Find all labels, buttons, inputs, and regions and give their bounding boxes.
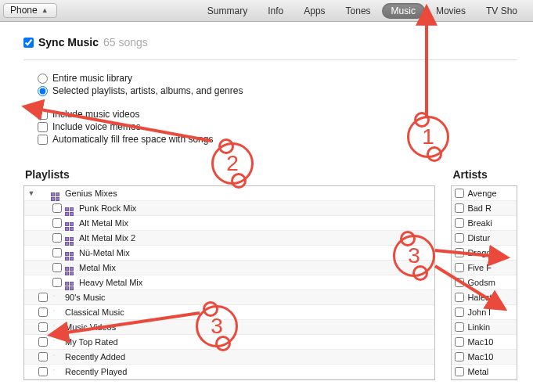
playlist-checkbox[interactable] [52, 218, 62, 228]
playlist-checkbox[interactable] [52, 233, 62, 243]
playlist-label: Heavy Metal Mix [79, 278, 142, 287]
tab-summary[interactable]: Summary [198, 3, 257, 19]
playlist-label: Recently Added [65, 352, 125, 361]
artist-checkbox[interactable] [455, 218, 464, 228]
artist-checkbox[interactable] [455, 322, 464, 332]
tab-tvshows[interactable]: TV Sho [477, 3, 527, 19]
artist-row[interactable]: Five F [452, 261, 517, 275]
playlist-row[interactable]: My Top Rated [24, 335, 434, 350]
device-selector[interactable]: Phone ▲ [3, 3, 57, 18]
playlist-row[interactable]: Recently Played [24, 365, 434, 379]
artist-row[interactable]: Drago [452, 246, 517, 261]
artist-checkbox[interactable] [455, 263, 464, 272]
artist-checkbox[interactable] [455, 233, 464, 243]
artist-row[interactable]: Distur [452, 231, 517, 246]
tab-tones[interactable]: Tones [337, 3, 380, 19]
artists-title: Artists [452, 168, 517, 181]
check-autofill-input[interactable] [38, 135, 48, 145]
playlist-checkbox[interactable] [38, 307, 48, 317]
playlist-row[interactable]: Alt Metal Mix 2 [24, 231, 434, 246]
playlists-listbox[interactable]: ▼Genius MixesPunk Rock MixAlt Metal MixA… [23, 185, 435, 380]
playlist-row[interactable]: ▼Genius Mixes [24, 186, 434, 201]
artist-row[interactable]: Metal [452, 365, 517, 379]
playlist-checkbox[interactable] [38, 367, 48, 376]
sync-music-title: Sync Music [38, 36, 99, 49]
check-include-voice-input[interactable] [38, 122, 48, 132]
genius-mix-icon [65, 203, 76, 213]
sync-music-checkbox[interactable] [23, 38, 34, 48]
artist-checkbox[interactable] [455, 352, 464, 361]
smart-playlist-gear-icon [51, 307, 62, 317]
playlist-checkbox[interactable] [38, 337, 48, 347]
artist-row[interactable]: Halest [452, 290, 517, 305]
playlist-row[interactable]: Music Videos [24, 320, 434, 335]
smart-playlist-gear-icon [51, 337, 62, 347]
playlist-row[interactable]: Classical Music [24, 305, 434, 320]
tab-music[interactable]: Music [382, 3, 425, 19]
artist-checkbox[interactable] [455, 307, 464, 317]
radio-selected-input[interactable] [38, 86, 48, 96]
playlist-checkbox[interactable] [52, 278, 62, 287]
smart-playlist-gear-icon [51, 367, 62, 376]
tab-movies[interactable]: Movies [427, 3, 475, 19]
playlist-label: Alt Metal Mix [79, 218, 128, 228]
playlist-checkbox[interactable] [38, 322, 48, 332]
playlist-row[interactable]: Metal Mix [24, 261, 434, 275]
playlist-label: 90's Music [65, 293, 106, 302]
radio-entire-label: Entire music library [52, 73, 132, 84]
artist-row[interactable]: Godsm [452, 275, 517, 290]
artist-row[interactable]: Linkin [452, 320, 517, 335]
artist-row[interactable]: Breaki [452, 216, 517, 231]
top-toolbar: Phone ▲ Summary Info Apps Tones Music Mo… [0, 0, 533, 22]
check-include-voice[interactable]: Include voice memos [38, 121, 517, 132]
artist-checkbox[interactable] [455, 293, 464, 302]
playlists-title: Playlists [25, 168, 435, 181]
genius-mix-icon [65, 218, 76, 228]
genius-mix-icon [65, 248, 76, 257]
artist-checkbox[interactable] [455, 337, 464, 347]
playlists-section: Playlists ▼Genius MixesPunk Rock MixAlt … [23, 168, 435, 380]
disclosure-icon[interactable]: ▼ [27, 189, 35, 197]
tab-info[interactable]: Info [258, 3, 293, 19]
artist-checkbox[interactable] [455, 189, 464, 198]
artist-checkbox[interactable] [455, 248, 464, 257]
artist-row[interactable]: Bad R [452, 201, 517, 216]
artists-listbox[interactable]: AvengeBad RBreakiDisturDragoFive FGodsmH… [451, 185, 517, 380]
check-include-videos-input[interactable] [38, 110, 48, 120]
playlist-label: Music Videos [65, 322, 116, 332]
radio-selected-playlists[interactable]: Selected playlists, artists, albums, and… [38, 85, 517, 96]
genius-mix-icon [65, 278, 76, 287]
playlist-checkbox[interactable] [38, 293, 48, 302]
artist-row[interactable]: Mac10 [452, 335, 517, 350]
playlist-row[interactable]: Punk Rock Mix [24, 201, 434, 216]
artist-row[interactable]: John l [452, 305, 517, 320]
artist-checkbox[interactable] [455, 367, 464, 376]
playlist-label: Alt Metal Mix 2 [79, 233, 135, 243]
radio-entire-input[interactable] [38, 74, 48, 84]
song-count: 65 songs [103, 36, 148, 49]
check-autofill[interactable]: Automatically fill free space with songs [38, 134, 517, 145]
playlist-checkbox[interactable] [52, 203, 62, 213]
playlist-label: Recently Played [65, 367, 128, 376]
playlist-checkbox[interactable] [52, 263, 62, 272]
playlist-row[interactable]: 90's Music [24, 290, 434, 305]
playlist-row[interactable]: Recently Added [24, 350, 434, 365]
check-include-videos[interactable]: Include music videos [38, 109, 517, 120]
artist-checkbox[interactable] [455, 203, 464, 213]
artist-row[interactable]: Avenge [452, 186, 517, 201]
check-autofill-label: Automatically fill free space with songs [52, 134, 213, 145]
playlist-row[interactable]: Nü-Metal Mix [24, 246, 434, 261]
tab-apps[interactable]: Apps [294, 3, 334, 19]
playlist-checkbox[interactable] [38, 352, 48, 361]
tab-bar: Summary Info Apps Tones Music Movies TV … [198, 3, 527, 19]
radio-entire-library[interactable]: Entire music library [38, 73, 517, 84]
playlist-row[interactable]: Heavy Metal Mix [24, 275, 434, 290]
playlist-label: Punk Rock Mix [79, 203, 136, 213]
check-videos-label: Include music videos [52, 109, 139, 120]
playlist-checkbox[interactable] [52, 248, 62, 257]
playlist-row[interactable]: Alt Metal Mix [24, 216, 434, 231]
radio-selected-label: Selected playlists, artists, albums, and… [52, 85, 243, 96]
playlist-label: Genius Mixes [65, 189, 117, 198]
artist-checkbox[interactable] [455, 278, 464, 287]
artist-row[interactable]: Mac10 [452, 350, 517, 365]
